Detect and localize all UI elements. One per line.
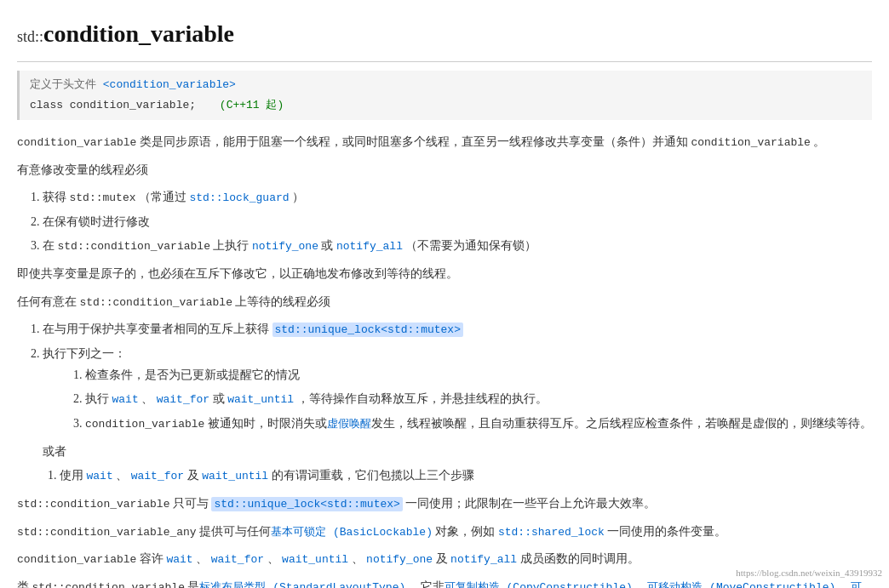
waiter-sub-step-3: condition_variable 被通知时，时限消失或虚假唤醒发生，线程被唤… xyxy=(85,414,872,435)
modifier-step-3: 在 std::condition_variable 上执行 notify_one… xyxy=(43,236,872,257)
waiter-step-1: 在与用于保护共享变量者相同的互斥上获得 std::unique_lock<std… xyxy=(43,319,872,340)
modifier-step-1: 获得 std::mutex （常通过 std::lock_guard ） xyxy=(43,187,872,208)
basic-lockable-link[interactable]: 基本可锁定 (BasicLockable) xyxy=(271,526,433,539)
header-file-link[interactable]: <condition_variable> xyxy=(103,78,236,91)
wait-link-2[interactable]: wait xyxy=(87,470,113,482)
copy-constructible-link[interactable]: 可复制构造 (CopyConstructible) xyxy=(444,581,633,588)
any-paragraph: std::condition_variable_any 提供可与任何基本可锁定 … xyxy=(17,522,872,543)
waiter-sub-steps-list: 检查条件，是否为已更新或提醒它的情况 执行 wait 、 wait_for 或 … xyxy=(85,365,872,435)
header-definition-box: 定义于头文件 <condition_variable> class condit… xyxy=(17,71,872,120)
intro-paragraph: condition_variable 类是同步原语，能用于阻塞一个线程，或同时阻… xyxy=(17,132,872,153)
class-name-inline-2: condition_variable xyxy=(691,136,810,149)
or-steps-list: 使用 wait 、 wait_for 及 wait_until 的有谓词重载，它… xyxy=(60,465,872,487)
modifier-steps-list: 获得 std::mutex （常通过 std::lock_guard ） 在保有… xyxy=(43,187,872,257)
lock-guard-link[interactable]: std::lock_guard xyxy=(190,191,290,204)
wait-link-3[interactable]: wait xyxy=(166,553,192,566)
waiter-must-label: 任何有意在 std::condition_variable 上等待的线程必须 xyxy=(17,292,872,313)
standard-layout-link[interactable]: 标准布局类型 (StandardLayoutType) xyxy=(199,581,405,588)
atomic-note-paragraph: 即使共享变量是原子的，也必须在互斥下修改它，以正确地发布修改到等待的线程。 xyxy=(17,264,872,285)
move-constructible-link[interactable]: 可移动构造 (MoveConstructible) xyxy=(647,581,835,588)
only-with-paragraph: std::condition_variable 只可与 std::unique_… xyxy=(17,494,872,515)
notify-one-link[interactable]: notify_one xyxy=(252,240,318,253)
wait-for-link[interactable]: wait_for xyxy=(157,393,209,406)
watermark: https://blog.csdn.net/weixin_43919932 xyxy=(736,565,882,581)
wait-for-link-2[interactable]: wait_for xyxy=(131,470,184,482)
spurious-wakeup-link[interactable]: 虚假唤醒 xyxy=(327,418,371,431)
or-step-1: 使用 wait 、 wait_for 及 wait_until 的有谓词重载，它… xyxy=(60,465,872,487)
notify-all-link[interactable]: notify_all xyxy=(336,240,403,253)
defined-in-line: 定义于头文件 <condition_variable> xyxy=(30,76,862,94)
wait-for-link-3[interactable]: wait_for xyxy=(211,553,264,566)
namespace-prefix: std:: xyxy=(17,28,43,45)
shared-lock-link[interactable]: std::shared_lock xyxy=(498,526,605,539)
class-name-inline-1: condition_variable xyxy=(17,136,136,149)
waiter-steps-list: 在与用于保护共享变量者相同的互斥上获得 std::unique_lock<std… xyxy=(43,319,872,434)
modifier-step-2: 在保有锁时进行修改 xyxy=(43,212,872,233)
waiter-sub-step-2: 执行 wait 、 wait_for 或 wait_until ，等待操作自动释… xyxy=(85,389,872,410)
modifier-must-label: 有意修改变量的线程必须 xyxy=(17,160,872,181)
unique-lock-highlight-2: std::unique_lock<std::mutex> xyxy=(211,497,402,511)
wait-until-link-2[interactable]: wait_until xyxy=(202,470,268,482)
waiter-step-2: 执行下列之一： 检查条件，是否为已更新或提醒它的情况 执行 wait 、 wai… xyxy=(43,344,872,435)
wait-until-link[interactable]: wait_until xyxy=(227,393,294,406)
notify-all-link-2[interactable]: notify_all xyxy=(450,553,517,566)
waiter-sub-step-1: 检查条件，是否为已更新或提醒它的情况 xyxy=(85,365,872,386)
wait-until-link-3[interactable]: wait_until xyxy=(282,553,348,566)
page-title: std::condition_variable xyxy=(17,14,872,62)
wait-link[interactable]: wait xyxy=(112,393,139,406)
class-decl-text: class condition_variable; xyxy=(30,99,196,111)
version-badge: (C++11 起) xyxy=(220,99,284,111)
class-declaration-line: class condition_variable; (C++11 起) xyxy=(30,96,862,115)
or-label: 或者 xyxy=(43,442,872,463)
notify-one-link-2[interactable]: notify_one xyxy=(366,553,433,566)
unique-lock-highlight: std::unique_lock<std::mutex> xyxy=(272,323,463,337)
